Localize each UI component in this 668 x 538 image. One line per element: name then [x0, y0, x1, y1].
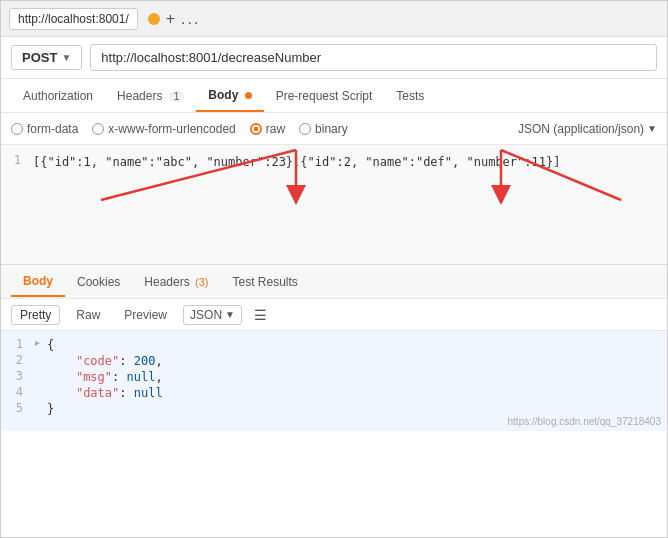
- pretty-button[interactable]: Pretty: [11, 305, 60, 325]
- radio-raw[interactable]: [250, 123, 262, 135]
- method-button[interactable]: POST ▼: [11, 45, 82, 70]
- browser-url[interactable]: http://localhost:8001/: [9, 8, 138, 30]
- radio-urlencoded[interactable]: [92, 123, 104, 135]
- resp-line-1: 1 ▸ {: [1, 337, 667, 353]
- browser-bar: http://localhost:8001/ + ...: [1, 1, 667, 37]
- method-label: POST: [22, 50, 57, 65]
- option-raw[interactable]: raw: [250, 122, 285, 136]
- tab-tests[interactable]: Tests: [384, 81, 436, 111]
- resp-line-3: 3 "msg": null,: [1, 369, 667, 385]
- radio-binary[interactable]: [299, 123, 311, 135]
- resp-line-2: 2 "code": 200,: [1, 353, 667, 369]
- resp-tab-headers[interactable]: Headers (3): [132, 268, 220, 296]
- watermark: https://blog.csdn.net/qq_37218403: [508, 416, 661, 427]
- resp-tab-test-results[interactable]: Test Results: [221, 268, 310, 296]
- option-binary[interactable]: binary: [299, 122, 348, 136]
- format-select[interactable]: JSON (application/json) ▼: [518, 122, 657, 136]
- json-format-select[interactable]: JSON ▼: [183, 305, 242, 325]
- request-bar: POST ▼: [1, 37, 667, 79]
- json-chevron-icon: ▼: [225, 309, 235, 320]
- response-tabs: Body Cookies Headers (3) Test Results: [1, 265, 667, 299]
- resp-tab-cookies[interactable]: Cookies: [65, 268, 132, 296]
- format-chevron-icon: ▼: [647, 123, 657, 134]
- resp-line-4: 4 "data": null: [1, 385, 667, 401]
- request-tabs: Authorization Headers 1 Body Pre-request…: [1, 79, 667, 113]
- format-label: JSON (application/json): [518, 122, 644, 136]
- body-options-row: form-data x-www-form-urlencoded raw bina…: [1, 113, 667, 145]
- option-form-data[interactable]: form-data: [11, 122, 78, 136]
- browser-dot: [148, 13, 160, 25]
- option-urlencoded[interactable]: x-www-form-urlencoded: [92, 122, 235, 136]
- tab-prerequest[interactable]: Pre-request Script: [264, 81, 385, 111]
- resp-tab-body[interactable]: Body: [11, 267, 65, 297]
- body-active-dot: [245, 92, 252, 99]
- tab-body[interactable]: Body: [196, 80, 263, 112]
- radio-form-data[interactable]: [11, 123, 23, 135]
- headers-resp-badge: (3): [195, 276, 208, 288]
- wrap-icon[interactable]: ☰: [254, 307, 267, 323]
- headers-badge: 1: [169, 91, 185, 102]
- line-number-1: 1: [1, 153, 29, 167]
- method-chevron-icon: ▼: [61, 52, 71, 63]
- response-section: Body Cookies Headers (3) Test Results Pr…: [1, 265, 667, 431]
- new-tab-button[interactable]: +: [166, 10, 175, 28]
- tab-headers[interactable]: Headers 1: [105, 81, 196, 111]
- more-options-button[interactable]: ...: [181, 10, 200, 28]
- code-line-1: 1 [{"id":1, "name":"abc", "number":23},{…: [1, 151, 667, 173]
- tab-authorization[interactable]: Authorization: [11, 81, 105, 111]
- format-row: Pretty Raw Preview JSON ▼ ☰: [1, 299, 667, 331]
- line-content-1: [{"id":1, "name":"abc", "number":23},{"i…: [29, 153, 564, 171]
- url-input[interactable]: [90, 44, 657, 71]
- resp-line-5: 5 }: [1, 401, 667, 417]
- code-editor[interactable]: 1 [{"id":1, "name":"abc", "number":23},{…: [1, 145, 667, 265]
- json-label: JSON: [190, 308, 222, 322]
- raw-button[interactable]: Raw: [68, 306, 108, 324]
- preview-button[interactable]: Preview: [116, 306, 175, 324]
